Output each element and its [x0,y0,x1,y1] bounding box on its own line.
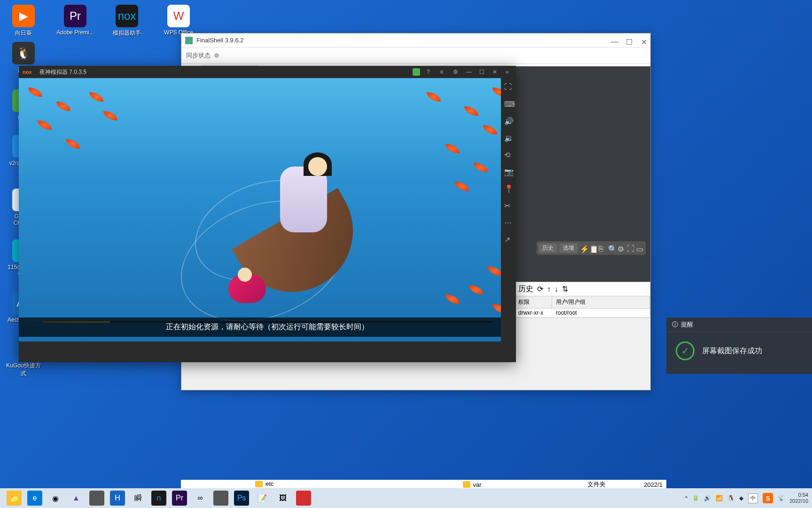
taskbar-app6[interactable] [213,491,228,506]
taskbar-clock[interactable]: 0:54 2022/10 [789,492,808,504]
refresh-icon[interactable]: ⟳ [537,285,543,294]
taskbar-photoshop[interactable]: Ps [234,491,249,506]
game-splash: 正在初始化资源，请耐心等待（初次运行可能需要较长时间） [19,78,516,341]
tray-volume-icon[interactable]: 🔊 [704,495,711,501]
taskbar-app4[interactable]: 瞬 [131,491,146,506]
screenshot-icon[interactable]: 📷 [504,167,513,176]
status-badge-icon [413,68,420,76]
download-icon[interactable]: ↓ [554,285,558,294]
start-button[interactable]: 📁 [7,491,22,506]
desktop-icons: ▶向日葵 PrAdobe Premi... nox模拟器助手 WWPS Offi… [5,5,197,74]
tab-history[interactable]: 历史 [539,243,557,253]
sync-label: 同步状态 [186,51,211,60]
maximize-icon[interactable]: ☐ [479,69,486,75]
nox-window: nox 夜神模拟器 7.0.3.5 ? ≡ ⚙ — ☐ ✕ « [19,66,516,362]
taskbar-app5[interactable]: ∞ [193,491,208,506]
volume-down-icon[interactable]: 🔉 [504,134,513,142]
taskbar-app8[interactable] [296,491,311,506]
info-icon: ⓘ [672,320,678,329]
sync-icon[interactable]: ⇅ [562,285,568,294]
minimize-icon[interactable]: — [466,69,473,75]
tray-penguin-icon[interactable]: 🐧 [727,495,734,501]
tab-options[interactable]: 选项 [559,243,578,253]
minimize-icon[interactable]: — [611,38,617,43]
search-icon[interactable]: 🔍 [608,245,616,252]
desktop-icon-emulator-helper[interactable]: nox模拟器助手 [108,5,146,37]
taskbar-app1[interactable]: ▲ [69,491,84,506]
share-icon[interactable]: ↗ [504,235,513,244]
taskbar-nox[interactable]: n [151,491,166,506]
scissors-icon[interactable]: ✂ [504,201,513,210]
loading-text: 正在初始化资源，请耐心等待（初次运行可能需要较长时间） [19,318,516,337]
terminal-toolbar: 历史 选项 ⚡ 📋 ⎘ 🔍 ⚙ ⛶ ▭ [537,241,646,255]
folder-icon [463,481,470,488]
desktop-icon-sunflower[interactable]: ▶向日葵 [5,5,42,37]
taskbar-app2[interactable] [89,491,104,506]
tray-chevron-icon[interactable]: ^ [685,495,688,501]
finalshell-app-icon [185,37,193,44]
success-check-icon: ✓ [676,341,695,360]
file-row-etc[interactable]: etc [251,480,459,488]
taskbar: 📁 e ◉ ▲ H 瞬 n Pr ∞ Ps 📝 🖼 ^ 🔋 🔊 📶 🐧 ◆ 中 … [0,488,812,508]
fullscreen-icon[interactable]: ⛶ [504,83,513,91]
upload-icon[interactable]: ↑ [547,285,551,294]
expand-icon[interactable]: ⛶ [627,245,634,252]
tray-network-icon[interactable]: 📶 [716,495,723,501]
system-tray: ^ 🔋 🔊 📶 🐧 ◆ 中 S 📡 0:54 2022/10 [685,492,808,504]
history-label: 历史 [518,284,533,294]
taskbar-app3[interactable]: H [110,491,125,506]
menu-icon[interactable]: ≡ [440,69,446,75]
sogou-ime-icon[interactable]: S [763,493,773,503]
taskbar-app7[interactable]: 🖼 [275,491,290,506]
desktop-icon-premiere[interactable]: PrAdobe Premi... [56,5,94,37]
sync-indicator-icon [214,53,219,58]
close-icon[interactable]: ✕ [641,38,647,43]
finalshell-title: FinalShell 3.9.6.2 [196,37,611,44]
file-metadata-panel: 历史 ⟳ ↑ ↓ ⇅ 权限 用户/用户组 drwxr-xr-x root/roo… [514,282,650,318]
taskbar-notepad[interactable]: 📝 [255,491,270,506]
nox-logo-icon: nox [23,69,36,75]
rotate-icon[interactable]: ⟲ [504,151,513,159]
taskbar-chrome[interactable]: ◉ [48,491,63,506]
folder-icon [255,481,263,487]
help-icon[interactable]: ? [427,69,433,75]
lightning-icon[interactable]: ⚡ [580,245,587,252]
location-icon[interactable]: 📍 [504,184,513,193]
gear-icon[interactable]: ⚙ [617,245,625,252]
terminal-panel[interactable] [514,66,650,305]
sync-status-bar: 同步状态 [181,48,650,64]
clipboard-icon[interactable]: 📋 [589,245,597,252]
col-user[interactable]: 用户/用户组 [552,296,650,308]
nox-title: 夜神模拟器 7.0.3.5 [39,68,413,76]
tray-wifi-icon[interactable]: 📡 [778,495,785,501]
fullscreen-icon[interactable]: ▭ [636,245,644,252]
tray-app-icon[interactable]: ◆ [739,495,743,501]
ime-indicator[interactable]: 中 [748,493,758,503]
nox-titlebar[interactable]: nox 夜神模拟器 7.0.3.5 ? ≡ ⚙ — ☐ ✕ « [19,66,516,78]
volume-up-icon[interactable]: 🔊 [504,117,513,125]
table-row[interactable]: drwxr-xr-x root/root [515,309,650,318]
nox-sidebar: ⛶ ⌨ 🔊 🔉 ⟲ 📷 📍 ✂ ⋯ ↗ [501,78,516,362]
settings-icon[interactable]: ⚙ [453,69,460,75]
notification-toast: ⓘ 提醒 ✓ 屏幕截图保存成功 [666,318,812,374]
copy-icon[interactable]: ⎘ [599,245,606,252]
tray-battery-icon[interactable]: 🔋 [692,495,699,501]
notify-title: 提醒 [681,320,693,329]
col-perm[interactable]: 权限 [515,296,552,308]
more-icon[interactable]: ⋯ [504,218,513,227]
maximize-icon[interactable]: ☐ [626,38,632,43]
taskbar-premiere[interactable]: Pr [172,491,187,506]
desktop-icon-wps[interactable]: WWPS Office [160,5,197,37]
notify-message: 屏幕截图保存成功 [702,346,762,356]
taskbar-edge[interactable]: e [27,491,42,506]
keyboard-icon[interactable]: ⌨ [504,100,513,108]
collapse-icon[interactable]: « [506,69,512,75]
close-icon[interactable]: ✕ [492,69,499,75]
finalshell-titlebar[interactable]: FinalShell 3.9.6.2 — ☐ ✕ [181,33,650,48]
